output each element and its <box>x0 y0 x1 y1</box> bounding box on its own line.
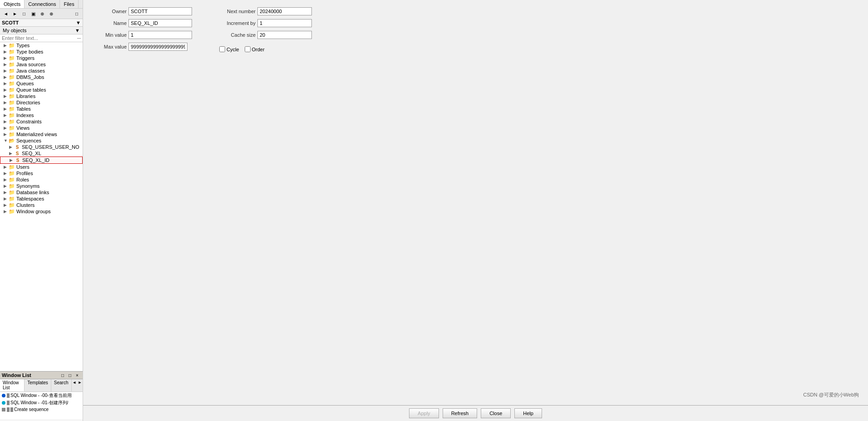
seq-icon-xl-id: S <box>14 157 21 163</box>
maximize-button[interactable]: □ <box>73 10 81 18</box>
next-number-input[interactable] <box>257 7 312 15</box>
tree-item-triggers[interactable]: ▶ 📁 Triggers <box>0 55 83 61</box>
pin2-button[interactable]: ⊕ <box>47 10 55 18</box>
schema-dropdown[interactable]: ▼ <box>76 20 81 25</box>
tree-item-tablespaces[interactable]: ▶ 📁 Tablespaces <box>0 196 83 202</box>
order-checkbox[interactable] <box>245 46 251 52</box>
tree-item-profiles[interactable]: ▶ 📁 Profiles <box>0 170 83 176</box>
tree-item-seq-xl-id[interactable]: ▶ S SEQ_XL_ID <box>0 157 83 164</box>
max-value-input[interactable] <box>128 43 187 51</box>
help-button[interactable]: Help <box>514 408 542 418</box>
tree-item-clusters[interactable]: ▶ 📁 Clusters <box>0 202 83 208</box>
close-button[interactable]: Close <box>481 408 511 418</box>
schema-row: SCOTT ▼ <box>0 19 83 27</box>
tree-item-sequences[interactable]: ▼ 📂 Sequences <box>0 137 83 144</box>
min-value-input[interactable] <box>128 31 192 39</box>
label-sequences: Sequences <box>16 138 41 143</box>
name-input[interactable] <box>128 19 192 27</box>
bottom-bar: Apply Refresh Close Help <box>83 405 868 421</box>
tree-item-libraries[interactable]: ▶ 📁 Libraries <box>0 93 83 99</box>
save-button[interactable]: ▣ <box>29 10 37 18</box>
tree-item-seq-xl[interactable]: ▶ S SEQ_XL <box>0 150 83 157</box>
folder-icon-clusters: 📁 <box>8 202 15 208</box>
pin1-button[interactable]: ⊕ <box>38 10 46 18</box>
tree-item-mat-views[interactable]: ▶ 📁 Materialized views <box>0 131 83 137</box>
owner-input[interactable] <box>128 7 192 15</box>
next-number-row: Next number <box>219 7 312 15</box>
window-list-minimize[interactable]: □ <box>59 372 66 378</box>
wl-label-sql-2: SQL Window - -01-创建序列/ <box>10 400 68 406</box>
arrow-tables: ▶ <box>4 107 8 111</box>
wl-scroll-right[interactable]: ► <box>77 379 83 386</box>
back-button[interactable]: ◄ <box>2 10 10 18</box>
tree-item-dbms-jobs[interactable]: ▶ 📁 DBMS_Jobs <box>0 74 83 80</box>
tree-item-views[interactable]: ▶ 📁 Views <box>0 125 83 131</box>
folder-icon-libraries: 📁 <box>8 93 15 99</box>
label-seq-xl: SEQ_XL <box>22 151 41 156</box>
filter-more-button[interactable]: ··· <box>77 36 81 41</box>
filter-input[interactable] <box>2 35 77 41</box>
wl-bar-sql-1 <box>7 393 10 398</box>
tree-item-constraints[interactable]: ▶ 📁 Constraints <box>0 118 83 125</box>
tree-item-types[interactable]: ▶ 📁 Types <box>0 42 83 49</box>
cycle-checkbox-label[interactable]: Cycle <box>219 46 239 52</box>
refresh-button[interactable]: Refresh <box>443 408 478 418</box>
new-button[interactable]: □ <box>20 10 28 18</box>
tree-item-seq-users-user-no[interactable]: ▶ S SEQ_USERS_USER_NO <box>0 144 83 150</box>
label-indexes: Indexes <box>16 113 34 118</box>
tree-item-queues[interactable]: ▶ 📁 Queues <box>0 80 83 87</box>
wl-item-sql-1[interactable]: SQL Window - -00-查看当前用 <box>0 392 83 399</box>
folder-icon-queues: 📁 <box>8 81 15 86</box>
tab-objects[interactable]: Objects <box>0 0 25 8</box>
arrow-indexes: ▶ <box>4 113 8 117</box>
order-checkbox-label[interactable]: Order <box>245 46 265 52</box>
forward-button[interactable]: ► <box>11 10 19 18</box>
tree-item-indexes[interactable]: ▶ 📁 Indexes <box>0 112 83 118</box>
cycle-checkbox[interactable] <box>219 46 225 52</box>
arrow-queues: ▶ <box>4 81 8 86</box>
tree-item-users[interactable]: ▶ 📁 Users <box>0 164 83 170</box>
label-queue-tables: Queue tables <box>16 87 46 93</box>
arrow-type-bodies: ▶ <box>4 49 8 54</box>
cache-size-input[interactable] <box>257 31 312 39</box>
arrow-profiles: ▶ <box>4 171 8 176</box>
window-list-close[interactable]: × <box>74 372 81 378</box>
folder-icon-database-links: 📁 <box>8 190 15 195</box>
apply-button[interactable]: Apply <box>409 408 439 418</box>
tree-item-java-sources[interactable]: ▶ 📁 Java sources <box>0 61 83 68</box>
tree-item-synonyms[interactable]: ▶ 📁 Synonyms <box>0 183 83 189</box>
tab-connections[interactable]: Connections <box>25 0 60 8</box>
arrow-directories: ▶ <box>4 100 8 105</box>
wl-tab-window-list[interactable]: Window List <box>0 379 25 392</box>
tree-item-window-groups[interactable]: ▶ 📁 Window groups <box>0 208 83 215</box>
tree-item-directories[interactable]: ▶ 📁 Directories <box>0 99 83 106</box>
label-java-classes: Java classes <box>16 68 45 73</box>
label-types: Types <box>16 43 30 48</box>
window-list-tabs: Window List Templates Search ◄ ► <box>0 379 83 392</box>
wl-bar2-create-seq <box>10 407 13 412</box>
wl-scroll-left[interactable]: ◄ <box>72 379 77 386</box>
arrow-java-classes: ▶ <box>4 69 8 73</box>
folder-icon-dbms-jobs: 📁 <box>8 74 15 80</box>
label-libraries: Libraries <box>16 93 35 99</box>
label-window-groups: Window groups <box>16 209 51 214</box>
increment-by-input[interactable] <box>257 19 312 27</box>
tree-item-type-bodies[interactable]: ▶ 📁 Type bodies <box>0 49 83 55</box>
wl-item-create-seq[interactable]: Create sequence <box>0 406 83 412</box>
tree-item-roles[interactable]: ▶ 📁 Roles <box>0 176 83 183</box>
label-roles: Roles <box>16 177 29 182</box>
my-objects-dropdown[interactable]: ▼ <box>75 28 80 33</box>
window-list-restore[interactable]: □ <box>66 372 74 378</box>
tab-files[interactable]: Files <box>60 0 78 8</box>
wl-tab-templates[interactable]: Templates <box>25 379 51 392</box>
label-seq-xl-id: SEQ_XL_ID <box>22 157 49 163</box>
tree-item-tables[interactable]: ▶ 📁 Tables <box>0 106 83 112</box>
wl-item-sql-2[interactable]: SQL Window - -01-创建序列/ <box>0 399 83 406</box>
next-number-label: Next number <box>219 9 256 14</box>
tree-item-java-classes[interactable]: ▶ 📁 Java classes <box>0 68 83 74</box>
wl-dot-sql-2 <box>2 401 5 405</box>
tree-item-database-links[interactable]: ▶ 📁 Database links <box>0 189 83 196</box>
wl-tab-search[interactable]: Search <box>51 379 72 392</box>
tree-item-queue-tables[interactable]: ▶ 📁 Queue tables <box>0 87 83 93</box>
arrow-seq-users-user-no: ▶ <box>9 145 14 149</box>
